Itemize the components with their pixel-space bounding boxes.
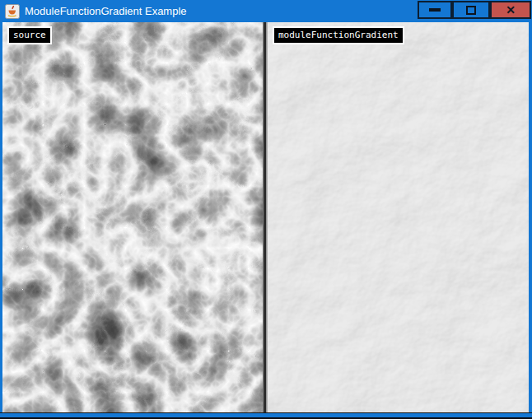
- image-label-source: source: [7, 26, 52, 44]
- content-area: source: [2, 22, 529, 412]
- window-controls: ✕: [418, 1, 532, 19]
- image-label-module-function-gradient: moduleFunctionGradient: [273, 26, 404, 44]
- minimize-icon: [429, 8, 441, 12]
- titlebar[interactable]: ModuleFunctionGradient Example ✕: [0, 0, 532, 22]
- source-noise-image: [2, 22, 263, 412]
- minimize-button[interactable]: [418, 1, 452, 19]
- module-function-gradient-image: [268, 22, 529, 412]
- app-window: ModuleFunctionGradient Example ✕: [0, 0, 532, 419]
- maximize-icon: [466, 6, 476, 15]
- window-title: ModuleFunctionGradient Example: [25, 5, 418, 17]
- panel-source: source: [2, 22, 263, 412]
- panel-module-function-gradient: moduleFunctionGradient: [268, 22, 529, 412]
- java-coffee-cup-icon[interactable]: [5, 4, 20, 19]
- window-border-bottom: [0, 412, 532, 419]
- close-button[interactable]: ✕: [490, 1, 531, 19]
- maximize-button[interactable]: [452, 1, 490, 19]
- close-icon: ✕: [506, 4, 516, 16]
